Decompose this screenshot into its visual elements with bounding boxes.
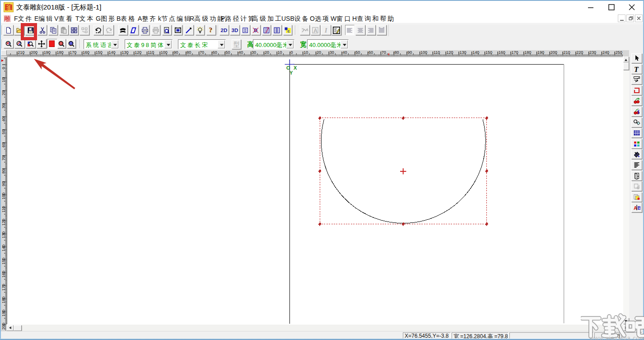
svg-text:I: I (324, 27, 327, 34)
svg-text:?: ? (209, 27, 213, 33)
svg-text:B: B (637, 205, 640, 211)
svg-text:A: A (313, 27, 317, 33)
svg-text:c: c (287, 29, 289, 33)
svg-text:3D: 3D (231, 28, 238, 33)
svg-text:T: T (634, 66, 639, 73)
svg-text:2D: 2D (221, 28, 228, 33)
